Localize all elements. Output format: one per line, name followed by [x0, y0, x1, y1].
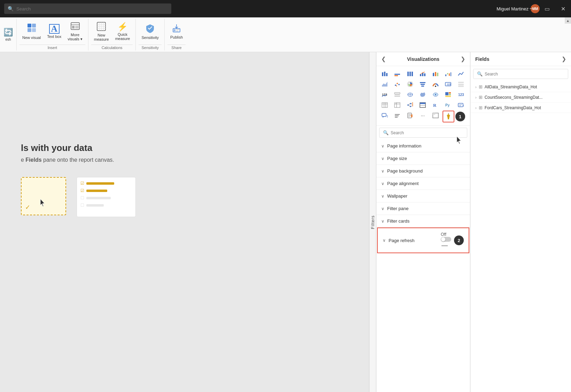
format-section-page-information[interactable]: ∨ Page information [376, 140, 470, 152]
vis-icon-kpi[interactable]: 123 [379, 90, 390, 99]
quick-measure-button[interactable]: ⚡ Quickmeasure [112, 21, 133, 42]
vis-icon-pie[interactable] [405, 79, 416, 89]
format-section-page-background[interactable]: ∨ Page background [376, 165, 470, 177]
vis-icon-area[interactable] [379, 79, 390, 89]
vis-panel-right-arrow[interactable]: ❯ [461, 56, 465, 62]
canvas-content: ls with your data e Fields pane onto the… [0, 52, 376, 245]
field-expand-icon: › [475, 85, 477, 89]
refresh-button[interactable]: 🔄 esh [2, 26, 14, 43]
format-section-filter-pane[interactable]: ∨ Filter pane [376, 202, 470, 215]
illus-line-4 [86, 204, 104, 207]
fields-panel-arrow[interactable]: ❯ [562, 56, 566, 62]
vis-panel-left-arrow[interactable]: ❮ [381, 56, 386, 62]
vis-icon-clustered-bar[interactable] [392, 69, 403, 79]
vis-icon-stacked-bar[interactable] [379, 69, 390, 79]
vis-icon-multirow-card[interactable] [455, 79, 467, 89]
vis-icon-table2[interactable] [417, 100, 428, 110]
svg-rect-44 [420, 82, 425, 83]
fields-search-input[interactable] [485, 72, 564, 77]
illus-line-1 [86, 182, 114, 185]
vis-icon-paginated[interactable] [405, 111, 416, 120]
vis-icon-treemap[interactable] [443, 90, 454, 99]
vis-icon-narrative[interactable] [392, 111, 403, 120]
titlebar-search-box[interactable]: 🔍 [4, 3, 171, 14]
svg-rect-26 [407, 72, 409, 76]
vis-search-icon: 🔍 [383, 130, 389, 135]
svg-rect-28 [412, 72, 413, 76]
fields-search-box[interactable]: 🔍 [473, 69, 568, 79]
svg-rect-34 [437, 73, 438, 76]
restore-button[interactable]: ▭ [539, 0, 555, 17]
vis-icon-r[interactable]: R [430, 100, 441, 110]
vis-icon-line-chart[interactable] [455, 69, 467, 79]
svg-rect-9 [75, 26, 79, 29]
format-section-page-refresh[interactable]: ∨ Page refresh Off — 2 [377, 227, 469, 253]
svg-rect-45 [421, 84, 425, 85]
more-visuals-button[interactable]: Morevisuals ▾ [65, 20, 85, 43]
illus-line-3 [86, 197, 111, 199]
sensitivity-label: Sensitivity [141, 35, 159, 40]
vis-icon-100pct-bar[interactable] [405, 69, 416, 79]
vis-icon-smart-narrative[interactable] [455, 100, 467, 110]
text-box-button[interactable]: A Text box [44, 23, 64, 40]
illus-row-4: ☐ [80, 203, 132, 208]
chevron-page-bg: ∨ [381, 169, 384, 174]
new-visual-button[interactable]: New visual [19, 22, 44, 41]
minimize-button[interactable]: − [523, 0, 539, 17]
vis-icon-python[interactable]: Py [443, 100, 454, 110]
vis-icon-slicer[interactable] [392, 90, 403, 99]
publish-button[interactable]: Publish [167, 22, 186, 41]
svg-point-40 [397, 83, 398, 84]
fields-list: › ⊞ AllData_StreamingData_Hot › ⊞ Count5… [470, 82, 571, 113]
vis-icon-more[interactable]: ··· [417, 111, 428, 120]
vis-icon-scatter[interactable] [392, 79, 403, 89]
filters-tab[interactable]: Filters [369, 52, 376, 392]
vis-icon-ribbon[interactable] [430, 69, 441, 79]
vis-icon-gauge[interactable] [430, 79, 441, 89]
format-section-page-size[interactable]: ∨ Page size [376, 152, 470, 165]
vis-icon-filled-map[interactable] [417, 90, 428, 99]
vis-search-box[interactable]: 🔍 [379, 128, 467, 138]
svg-rect-54 [394, 93, 400, 94]
format-paint-button[interactable] [443, 111, 454, 122]
titlebar-search-input[interactable] [16, 6, 168, 11]
vis-icon-decomp-tree[interactable] [405, 100, 416, 110]
format-section-page-alignment[interactable]: ∨ Page alignment [376, 177, 470, 190]
illustration-box-1: ✓ [21, 177, 66, 215]
format-section-wallpaper[interactable]: ∨ Wallpaper [376, 190, 470, 202]
new-measure-icon [96, 22, 106, 32]
vis-icon-map[interactable] [405, 90, 416, 99]
filters-tab-label: Filters [370, 215, 375, 229]
illustration-box-2: ☑ ☑ ☐ ☐ [77, 177, 136, 217]
vis-icon-matrix[interactable] [392, 100, 403, 110]
vis-search-input[interactable] [391, 130, 463, 135]
svg-rect-102 [411, 114, 413, 117]
illus-row-2: ☑ [80, 188, 132, 193]
svg-rect-90 [458, 103, 463, 107]
vis-icon-123[interactable]: 123 [455, 90, 467, 99]
format-section-filter-cards[interactable]: ∨ Filter cards [376, 215, 470, 227]
sensitivity-icon [145, 23, 155, 35]
field-label-fordcars: FordCars_StreamingData_Hot [485, 105, 541, 110]
vis-icon-qa[interactable]: ? [379, 111, 390, 120]
vis-icon-funnel[interactable] [417, 79, 428, 89]
vis-icon-waterfall[interactable] [443, 69, 454, 79]
vis-icon-data-grid[interactable] [430, 111, 441, 120]
ribbon-collapse-button[interactable]: ▲ [565, 17, 571, 24]
vis-icon-line-bar[interactable] [417, 69, 428, 79]
sensitivity-button[interactable]: Sensitivity [139, 22, 162, 41]
close-button[interactable]: ✕ [555, 0, 571, 17]
field-item-fordcars[interactable]: › ⊞ FordCars_StreamingData_Hot [470, 103, 571, 113]
page-refresh-toggle[interactable] [441, 237, 451, 242]
new-measure-button[interactable]: Newmeasure [91, 20, 112, 43]
field-item-count5[interactable]: › ⊞ Count5secons_StreamingDat... [470, 92, 571, 103]
field-item-alldata[interactable]: › ⊞ AllData_StreamingData_Hot [470, 82, 571, 92]
vis-icon-table[interactable] [379, 100, 390, 110]
svg-rect-52 [458, 86, 464, 87]
vis-icon-azure-map[interactable] [430, 90, 441, 99]
svg-rect-31 [424, 73, 425, 76]
svg-rect-29 [420, 74, 421, 76]
svg-rect-21 [382, 72, 383, 76]
vis-icon-card[interactable]: 123 [443, 79, 454, 89]
svg-rect-71 [394, 103, 397, 104]
